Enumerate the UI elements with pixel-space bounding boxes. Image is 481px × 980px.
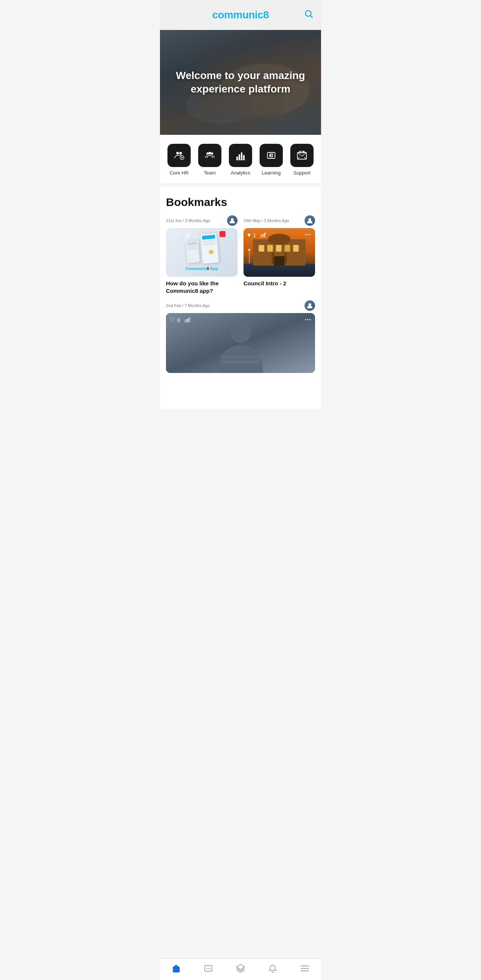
heart-icon-2: ♥ <box>247 232 251 239</box>
team-icon-box <box>198 144 221 167</box>
feature-nav: Core HR Team Analytics <box>160 135 321 183</box>
search-button[interactable] <box>304 9 314 21</box>
card-2-avatar <box>304 215 315 226</box>
svg-rect-30 <box>186 235 188 237</box>
chart-icon-2 <box>260 231 267 239</box>
avatar-icon <box>229 217 236 224</box>
more-options-icon[interactable]: ··· <box>227 231 234 239</box>
svg-rect-29 <box>185 236 186 237</box>
card-1-likes: ♡ 0 <box>170 231 191 239</box>
bookmark-card-2[interactable]: 24th May / 3 Months Ago <box>244 215 315 294</box>
support-icon <box>296 150 308 161</box>
svg-rect-49 <box>264 234 265 237</box>
svg-rect-55 <box>188 319 190 323</box>
svg-rect-40 <box>285 245 290 251</box>
nav-support[interactable]: Support <box>290 144 314 176</box>
app-logo: communic8 <box>212 9 269 21</box>
svg-point-50 <box>308 303 311 306</box>
card-2-date: 24th May / 3 Months Ago <box>244 218 289 223</box>
svg-point-10 <box>206 153 209 155</box>
svg-rect-37 <box>259 245 264 251</box>
nav-analytics[interactable]: Analytics <box>229 144 252 176</box>
svg-rect-48 <box>262 235 263 237</box>
more-options-icon-3[interactable]: ··· <box>304 316 311 324</box>
svg-rect-34 <box>244 264 315 277</box>
card-1-title: How do you like the Communic8 app? <box>166 280 237 294</box>
learning-icon <box>265 150 277 161</box>
svg-rect-44 <box>285 252 287 264</box>
card-2-like-count: 1 <box>253 232 256 238</box>
svg-point-11 <box>211 153 213 155</box>
hero-banner: Welcome to your amazing experience platf… <box>160 30 321 135</box>
notification-badge <box>220 231 226 237</box>
card-2-meta: 24th May / 3 Months Ago <box>244 215 315 226</box>
svg-rect-31 <box>188 234 190 237</box>
svg-rect-15 <box>241 153 242 159</box>
avatar-icon-3 <box>306 302 313 309</box>
hero-text-block: Welcome to your amazing experience platf… <box>160 69 321 96</box>
team-label: Team <box>204 170 216 176</box>
card-1-meta: 21st Jun / 3 Months Ago <box>166 215 237 226</box>
card-3-like-count: 0 <box>177 317 180 323</box>
trend-icon-3 <box>184 317 191 323</box>
card-2-overlay: ♥ 1 ··· <box>244 228 315 242</box>
svg-point-5 <box>177 152 179 155</box>
nav-core-hr[interactable]: Core HR <box>167 144 191 176</box>
svg-point-6 <box>180 152 182 155</box>
trend-icon <box>184 231 191 237</box>
svg-rect-47 <box>260 236 261 237</box>
nav-learning[interactable]: Learning <box>260 144 283 176</box>
heart-icon: ♡ <box>170 231 175 239</box>
card-3-overlay: ♡ 0 ··· <box>166 313 315 327</box>
svg-rect-54 <box>186 320 188 323</box>
learning-label: Learning <box>262 170 281 176</box>
trend-icon-2 <box>260 231 267 237</box>
core-hr-label: Core HR <box>170 170 189 176</box>
support-icon-box <box>290 144 314 167</box>
analytics-label: Analytics <box>231 170 250 176</box>
core-hr-icon <box>173 150 185 161</box>
app-header: communic8 <box>160 0 321 30</box>
chart-icon <box>184 231 191 239</box>
bookmark-card-3[interactable]: 2nd Feb / 7 Months Ago <box>166 300 315 373</box>
heart-icon-3: ♡ <box>170 317 175 323</box>
support-label: Support <box>293 170 311 176</box>
logo-text: communic <box>212 9 263 21</box>
svg-rect-14 <box>239 154 240 159</box>
analytics-icon <box>234 150 247 161</box>
card-2-title: Council Intro - 2 <box>244 280 315 287</box>
search-icon <box>304 9 314 19</box>
bookmarks-section: Bookmarks 21st Jun / 3 Months Ago <box>160 187 321 409</box>
avatar-icon-2 <box>306 217 313 224</box>
svg-rect-53 <box>185 321 186 323</box>
svg-point-32 <box>308 218 311 221</box>
card-1-like-count: 0 <box>177 232 180 238</box>
card-1-overlay: ♡ 0 ··· <box>166 228 237 242</box>
bookmarks-title: Bookmarks <box>166 196 315 208</box>
app-label: Communic8 App <box>185 266 218 271</box>
svg-rect-16 <box>243 155 245 159</box>
svg-point-46 <box>248 249 251 251</box>
logo-accent: 8 <box>263 9 269 21</box>
more-options-icon-2[interactable]: ··· <box>304 231 311 239</box>
analytics-icon-box <box>229 144 252 167</box>
bookmark-card-1[interactable]: 21st Jun / 3 Months Ago <box>166 215 237 294</box>
svg-rect-13 <box>236 156 238 159</box>
learning-icon-box <box>260 144 283 167</box>
svg-rect-39 <box>276 245 282 251</box>
nav-team[interactable]: Team <box>198 144 221 176</box>
card-1-avatar <box>227 215 237 226</box>
svg-rect-41 <box>293 245 299 251</box>
card-1-date: 21st Jun / 3 Months Ago <box>166 218 210 223</box>
svg-rect-43 <box>272 252 274 264</box>
card-2-likes: ♥ 1 <box>247 231 267 239</box>
card-3-avatar <box>304 300 315 311</box>
card-2-image: ♥ 1 ··· <box>244 228 315 277</box>
card-3-meta: 2nd Feb / 7 Months Ago <box>166 300 315 311</box>
card-3-likes: ♡ 0 <box>170 317 191 323</box>
hero-title: Welcome to your amazing experience platf… <box>171 69 310 96</box>
bookmarks-grid: 21st Jun / 3 Months Ago <box>166 215 315 294</box>
svg-point-12 <box>209 152 211 155</box>
card-3-image: ♡ 0 ··· <box>166 313 315 373</box>
core-hr-icon-box <box>167 144 191 167</box>
